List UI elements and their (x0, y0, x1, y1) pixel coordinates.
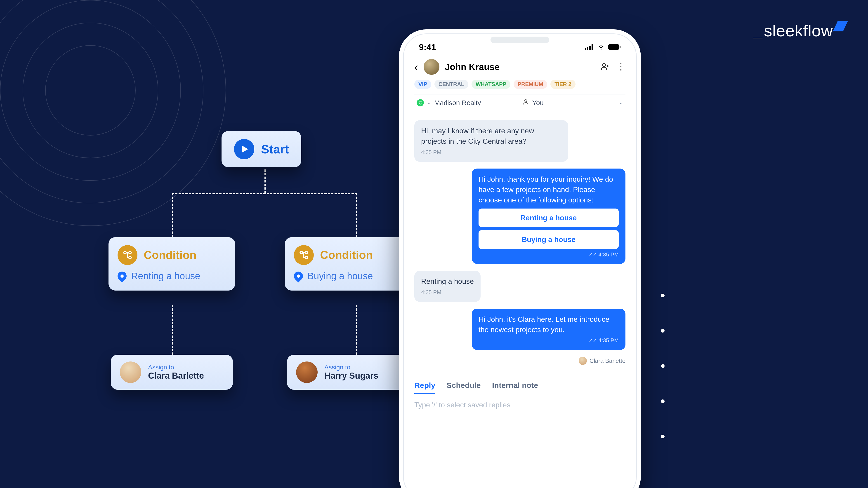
agent-signature: Clara Barlette (579, 357, 625, 365)
start-label: Start (261, 142, 289, 156)
assign-label: Assign to (324, 364, 378, 371)
message-text: Hi, may I know if there are any new proj… (421, 126, 561, 147)
add-user-icon[interactable] (600, 62, 610, 72)
composer-input[interactable]: Type '/' to select saved replies (414, 401, 625, 409)
svg-rect-8 (589, 46, 591, 50)
message-text: Hi John, thank you for your inquiry! We … (478, 174, 619, 205)
tag-tier2[interactable]: TIER 2 (550, 80, 576, 89)
option-buying-button[interactable]: Buying a house (478, 230, 619, 249)
brand-mark-icon (833, 21, 848, 31)
play-icon (234, 139, 254, 159)
svg-point-2 (129, 256, 131, 259)
tag-premium[interactable]: PREMIUM (514, 80, 547, 89)
composer: Reply Schedule Internal note Type '/' to… (403, 376, 637, 414)
condition-title: Condition (320, 249, 373, 262)
svg-rect-10 (608, 44, 619, 50)
delivered-icon: ✓✓ (589, 251, 597, 258)
message-time: 4:35 PM (421, 149, 561, 156)
message-time: 4:35 PM (598, 251, 619, 259)
phone-mockup: 9:41 ‹ John Krause ⋮ VI (399, 29, 641, 488)
svg-point-0 (124, 252, 126, 254)
wifi-icon (596, 42, 606, 52)
branch-icon (294, 245, 314, 265)
svg-point-12 (602, 64, 605, 66)
incoming-message[interactable]: Renting a house 4:35 PM (414, 271, 480, 302)
outgoing-message[interactable]: Hi John, thank you for your inquiry! We … (472, 168, 625, 264)
svg-rect-6 (585, 48, 586, 50)
flow-start-node[interactable]: Start (221, 131, 301, 167)
chat-header: ‹ John Krause ⋮ VIP CENTRAL WHATSAPP PRE… (403, 55, 637, 113)
svg-point-4 (305, 252, 308, 254)
decorative-dots (661, 294, 664, 438)
svg-rect-7 (587, 47, 588, 50)
branch-icon (118, 245, 137, 265)
message-time: 4:35 PM (598, 337, 619, 345)
tag-whatsapp[interactable]: WHATSAPP (471, 80, 510, 89)
tag-central[interactable]: CENTRAL (434, 80, 469, 89)
avatar (296, 361, 318, 383)
tab-internal-note[interactable]: Internal note (492, 381, 538, 394)
flow-assign-harry[interactable]: Assign to Harry Sugars (287, 355, 409, 390)
svg-point-3 (300, 252, 303, 254)
assignee-selector[interactable]: You ⌄ (520, 94, 626, 111)
agent-name: Clara Barlette (590, 357, 625, 364)
status-time: 9:41 (419, 42, 436, 52)
assign-name: Harry Sugars (324, 371, 378, 381)
tab-reply[interactable]: Reply (414, 381, 435, 394)
brand-name: sleekflow (764, 22, 833, 40)
assign-label: Assign to (148, 364, 204, 371)
condition-value: Buying a house (307, 271, 373, 282)
svg-rect-9 (592, 44, 593, 50)
phone-notch (491, 37, 549, 43)
tab-schedule[interactable]: Schedule (447, 381, 481, 394)
flow-condition-buying[interactable]: Condition Buying a house (285, 237, 411, 291)
whatsapp-icon: ✆ (416, 99, 424, 106)
tag-vip[interactable]: VIP (414, 80, 431, 89)
channel-selector[interactable]: ✆ ⌄ Madison Realty (414, 94, 520, 111)
svg-point-5 (305, 256, 308, 259)
option-renting-button[interactable]: Renting a house (478, 208, 619, 227)
message-text: Renting a house (421, 276, 474, 287)
brand-logo: _sleekflow (753, 22, 845, 40)
channel-label: Madison Realty (434, 99, 481, 107)
condition-title: Condition (144, 249, 196, 262)
flow-assign-clara[interactable]: Assign to Clara Barlette (111, 355, 233, 390)
pin-icon (292, 270, 305, 283)
avatar (120, 361, 141, 383)
message-text: Hi John, it's Clara here. Let me introdu… (478, 314, 619, 335)
chevron-down-icon: ⌄ (619, 100, 623, 106)
svg-point-13 (525, 100, 527, 102)
flow-diagram: Start Condition Renting a house Conditio… (108, 124, 416, 436)
chat-body: Hi, may I know if there are any new proj… (403, 113, 637, 372)
contact-name: John Krause (445, 62, 595, 72)
chevron-down-icon: ⌄ (427, 100, 431, 106)
assignee-label: You (532, 99, 544, 107)
person-icon (522, 98, 529, 107)
pin-icon (116, 270, 129, 283)
delivered-icon: ✓✓ (589, 337, 597, 344)
contact-avatar[interactable] (424, 59, 439, 75)
condition-value: Renting a house (131, 271, 200, 282)
tag-row: VIP CENTRAL WHATSAPP PREMIUM TIER 2 (414, 80, 625, 89)
signal-icon (585, 42, 594, 52)
flow-condition-renting[interactable]: Condition Renting a house (108, 237, 235, 291)
outgoing-message[interactable]: Hi John, it's Clara here. Let me introdu… (472, 308, 625, 350)
svg-rect-11 (620, 46, 620, 48)
incoming-message[interactable]: Hi, may I know if there are any new proj… (414, 120, 568, 162)
back-icon[interactable]: ‹ (414, 60, 418, 73)
battery-icon (608, 42, 621, 52)
message-time: 4:35 PM (421, 289, 474, 296)
assign-name: Clara Barlette (148, 371, 204, 381)
svg-point-1 (129, 252, 131, 254)
agent-avatar (579, 357, 587, 365)
more-icon[interactable]: ⋮ (616, 62, 625, 72)
